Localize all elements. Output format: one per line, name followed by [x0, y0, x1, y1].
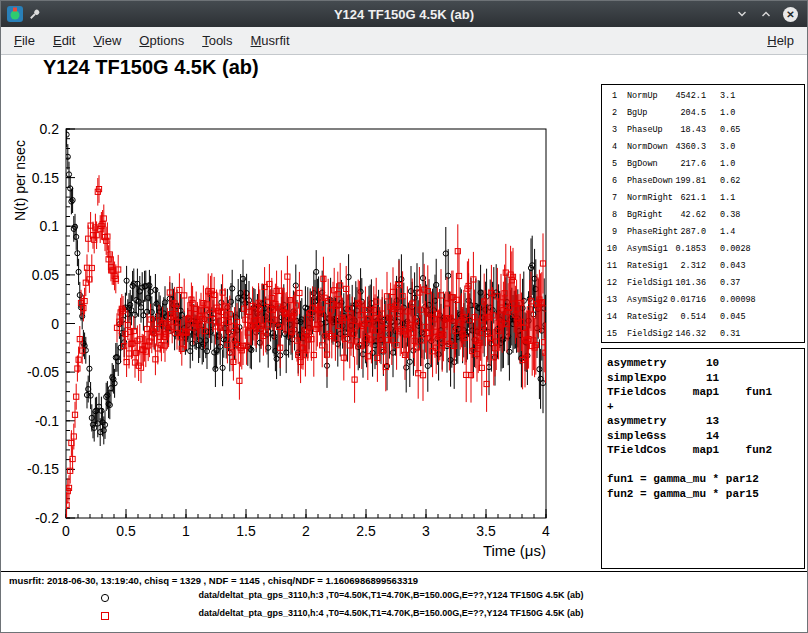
param-row: 15FieldSig2146.320.31 — [602, 326, 804, 343]
param-row: 5BgDown217.61.0 — [602, 156, 804, 173]
y-tick-label: -0.15 — [27, 461, 59, 477]
legend-row: data/deltat_pta_gps_3110,h:3 ,T0=4.50K,T… — [1, 590, 807, 608]
x-tick-label: 1 — [182, 523, 190, 539]
param-row: 12FieldSig1101.360.37 — [602, 275, 804, 292]
x-tick-label: 4 — [542, 523, 550, 539]
x-tick-label: 0 — [62, 523, 70, 539]
menu-item-help[interactable]: Help — [758, 28, 803, 53]
param-row: 3PhaseUp18.430.65 — [602, 122, 804, 139]
y-tick-label: 0.15 — [32, 170, 59, 186]
menu-item-musrfit[interactable]: Musrfit — [242, 28, 299, 53]
y-tick-label: -0.1 — [35, 413, 59, 429]
y-tick-label: 0 — [51, 316, 59, 332]
menu-item-file[interactable]: File — [5, 28, 44, 53]
param-box: 1NormUp4542.13.12BgUp204.51.03PhaseUp18.… — [601, 84, 805, 343]
param-row: 7NormRight621.11.1 — [602, 190, 804, 207]
y-tick-label: -0.05 — [27, 364, 59, 380]
y-axis-title: N(t) per nsec — [12, 140, 28, 221]
y-tick-label: 0.1 — [40, 218, 60, 234]
y-tick-label: 0.05 — [32, 267, 59, 283]
theory-text: asymmetry 10 simplExpo 11 TFieldCos map1… — [607, 356, 804, 501]
param-row: 6PhaseDown199.810.62 — [602, 173, 804, 190]
close-icon[interactable]: ✕ — [783, 7, 798, 22]
plot-frame — [66, 129, 546, 518]
series-square — [64, 175, 549, 517]
param-row: 10AsymSig10.18530.0028 — [602, 241, 804, 258]
x-tick-label: 2.5 — [356, 523, 376, 539]
legend-label: data/deltat_pta_gps_3110,h:3 ,T0=4.50K,T… — [111, 590, 671, 600]
pin-icon[interactable] — [28, 7, 42, 21]
menu-item-tools[interactable]: Tools — [193, 28, 241, 53]
canvas-area: Y124 TF150G 4.5K (ab) 00.511.522.533.540… — [1, 55, 807, 632]
plot-svg[interactable]: 00.511.522.533.540.20.150.10.050-0.05-0.… — [1, 55, 601, 575]
window-title: Y124 TF150G 4.5K (ab) — [1, 7, 807, 22]
series-circle — [64, 122, 549, 446]
legend-label: data/deltat_pta_gps_3110,h:4 ,T0=4.50K,T… — [111, 608, 671, 618]
legend-square-icon — [99, 610, 111, 622]
y-tick-label: -0.2 — [35, 510, 59, 526]
x-tick-label: 0.5 — [116, 523, 136, 539]
theory-box: asymmetry 10 simplExpo 11 TFieldCos map1… — [601, 348, 805, 569]
app-icon[interactable] — [7, 6, 23, 22]
param-row: 4NormDown4360.33.0 — [602, 139, 804, 156]
param-row: 13AsymSig20.017160.00098 — [602, 292, 804, 309]
x-tick-label: 1.5 — [236, 523, 256, 539]
x-tick-label: 2 — [302, 523, 310, 539]
menu-bar: FileEditViewOptionsToolsMusrfitHelp — [1, 27, 807, 55]
fit-status: musrfit: 2018-06-30, 13:19:40, chisq = 1… — [9, 575, 418, 586]
menu-item-view[interactable]: View — [84, 28, 130, 53]
param-row: 9PhaseRight287.01.4 — [602, 224, 804, 241]
param-row: 14RateSig20.5140.045 — [602, 309, 804, 326]
param-row: 1NormUp4542.13.1 — [602, 88, 804, 105]
menu-item-edit[interactable]: Edit — [44, 28, 84, 53]
param-row: 11RateSig12.3120.043 — [602, 258, 804, 275]
y-tick-label: 0.2 — [40, 121, 60, 137]
legend-circle-icon — [99, 592, 111, 604]
param-row: 8BgRight42.620.38 — [602, 207, 804, 224]
x-tick-label: 3 — [422, 523, 430, 539]
status-separator — [1, 571, 807, 572]
x-axis-title: Time (μs) — [483, 542, 546, 559]
menu-item-options[interactable]: Options — [130, 28, 193, 53]
app-window: Y124 TF150G 4.5K (ab) ✕ FileEditViewOpti… — [0, 0, 808, 633]
title-bar[interactable]: Y124 TF150G 4.5K (ab) ✕ — [1, 1, 807, 27]
param-row: 2BgUp204.51.0 — [602, 105, 804, 122]
minimize-icon[interactable] — [735, 7, 749, 21]
legend-row: data/deltat_pta_gps_3110,h:4 ,T0=4.50K,T… — [1, 608, 807, 626]
maximize-icon[interactable] — [759, 7, 773, 21]
x-tick-label: 3.5 — [476, 523, 496, 539]
